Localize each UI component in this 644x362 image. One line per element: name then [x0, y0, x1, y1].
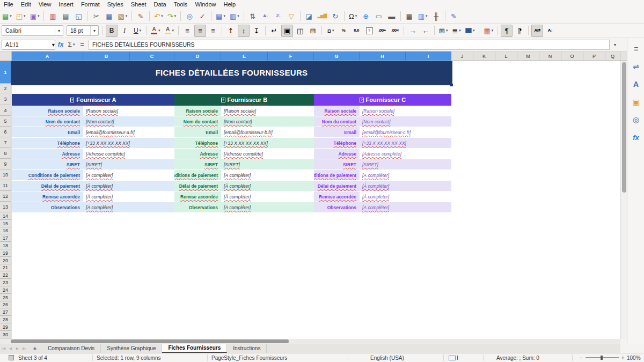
column-header-J[interactable]: J	[451, 51, 473, 61]
zoom-slider[interactable]	[586, 357, 619, 358]
chevron-down-icon[interactable]: ▾	[492, 28, 494, 33]
merge-center-cells-button[interactable]: ▣	[281, 25, 293, 37]
cell-G6[interactable]: Email	[314, 127, 360, 138]
font-size-select[interactable]: 18 pt ▾	[67, 25, 99, 36]
chevron-down-icon[interactable]: ▾	[355, 14, 357, 18]
cell-A11[interactable]: Délai de paiement	[12, 181, 83, 191]
split-window-button[interactable]: ╫	[430, 10, 442, 23]
cell-E8[interactable]: [Adresse complète]	[221, 149, 314, 159]
cell-E13[interactable]: [À compléter]	[221, 202, 314, 213]
border-color-button[interactable]: ▾	[464, 25, 477, 37]
chevron-down-icon[interactable]: ▾	[223, 14, 225, 18]
horizontal-scrollbar[interactable]	[0, 339, 620, 344]
redo-button[interactable]: ↷▾	[166, 10, 178, 23]
function-wizard-button[interactable]: fx	[55, 40, 66, 50]
align-left-button[interactable]: ≡	[181, 25, 193, 37]
page-style[interactable]: PageStyle_Fiches Fournisseurs	[211, 353, 287, 362]
show-draw-functions-button[interactable]: ✎	[448, 10, 460, 23]
cell-D12[interactable]: Remise accordée	[174, 191, 221, 202]
cell-E4[interactable]: [Raison sociale]	[221, 106, 314, 116]
name-box[interactable]: A1:I1 ▾	[2, 40, 55, 50]
chevron-down-icon[interactable]: ▾	[10, 14, 12, 18]
insert-pivot-table-button[interactable]: ↻	[330, 10, 341, 23]
cell-H8[interactable]: [Adresse complète]	[360, 149, 451, 159]
menu-data[interactable]: Data	[150, 0, 170, 9]
sidebar-styles-icon[interactable]: A	[627, 78, 644, 91]
right-to-left-button[interactable]: ¶	[514, 25, 525, 37]
selection-handle[interactable]	[450, 84, 453, 86]
chevron-down-icon[interactable]: ▾	[158, 28, 160, 33]
sheet-tab-instructions[interactable]: Instructions	[227, 344, 267, 353]
column-header-C[interactable]: C	[130, 51, 174, 61]
column-headers[interactable]: ABCDEFGHIJKLMNOPQ	[0, 51, 620, 61]
cell-B6[interactable]: [email@fournisseur-a.fr]	[83, 127, 174, 138]
save-button[interactable]: ▣▾	[28, 10, 41, 23]
borders-button[interactable]: ⊞▾	[437, 25, 449, 37]
cell-E10[interactable]: [À compléter]	[221, 170, 314, 181]
cell-A13[interactable]: Observations	[12, 202, 83, 213]
bold-button[interactable]: B	[106, 25, 118, 37]
sort-descending-button[interactable]: Z↓	[273, 10, 284, 23]
cell-B11[interactable]: [À compléter]	[83, 181, 174, 191]
cell-H4[interactable]: [Raison sociale]	[360, 106, 451, 116]
special-character-button[interactable]: Ω▾	[347, 10, 359, 23]
chevron-down-icon[interactable]: ▾	[140, 28, 142, 33]
format-percent-button[interactable]: %	[338, 25, 349, 37]
cell-G13[interactable]: Observations	[314, 202, 360, 213]
print-preview-button[interactable]: ◱	[72, 10, 84, 23]
align-right-button[interactable]: ≡	[207, 25, 219, 37]
vertical-scrollbar-thumb[interactable]	[622, 62, 626, 193]
cell-E12[interactable]: [À compléter]	[221, 191, 314, 202]
formula-button[interactable]: =	[77, 40, 87, 50]
language-status[interactable]: English (USA)	[370, 353, 404, 362]
column-header-A[interactable]: A	[12, 51, 83, 61]
cell-A10[interactable]: Conditions de paiement	[12, 170, 83, 181]
cell-E6[interactable]: [email@fournisseur-b.fr]	[221, 127, 314, 138]
zoom-out-button[interactable]: −	[580, 355, 583, 361]
select-all-corner[interactable]	[0, 51, 12, 61]
cut-button[interactable]: ✂	[90, 10, 102, 23]
cell-G5[interactable]: Nom du contact	[314, 116, 360, 127]
insert-columns-button[interactable]: ▥▾	[228, 10, 241, 23]
menu-window[interactable]: Window	[191, 0, 219, 9]
column-header-Q[interactable]: Q	[605, 51, 620, 61]
vertical-scrollbar[interactable]	[620, 61, 627, 339]
cell-D11[interactable]: Délai de paiement	[174, 181, 221, 191]
next-sheet-button[interactable]: ▶	[14, 344, 21, 353]
cell-G8[interactable]: Adresse	[314, 149, 360, 159]
paste-button[interactable]: ▧▾	[116, 10, 129, 23]
autosum-button[interactable]: Σ ▾	[66, 40, 77, 50]
column-header-I[interactable]: I	[406, 51, 451, 61]
sidebar-menu-icon[interactable]: ≡	[627, 42, 644, 55]
chevron-down-icon[interactable]: ▾	[73, 42, 75, 47]
insert-chart-button[interactable]: ▂▅▇	[316, 10, 328, 23]
find-replace-button[interactable]: ◎	[184, 10, 195, 23]
column-header-H[interactable]: H	[360, 51, 406, 61]
formula-input[interactable]: FICHES DÉTAILLÉES FOURNISSEURS	[89, 40, 610, 50]
cell-D4[interactable]: Raison sociale	[174, 106, 221, 116]
cell-B12[interactable]: [À compléter]	[83, 191, 174, 202]
first-sheet-button[interactable]: |◀	[0, 344, 7, 353]
freeze-rows-columns-button[interactable]: ▥▾	[416, 10, 429, 23]
chevron-down-icon[interactable]: ▾	[426, 14, 428, 18]
expand-formula-bar-icon[interactable]: ▾	[611, 42, 619, 47]
cell-H7[interactable]: [+33 X XX XX XX XX]	[360, 138, 451, 149]
spreadsheet-grid[interactable]: 1234567891011121314151617181920212223242…	[0, 61, 620, 339]
cell-B8[interactable]: [Adresse complète]	[83, 149, 174, 159]
cell-D8[interactable]: Adresse	[174, 149, 221, 159]
menu-edit[interactable]: Edit	[17, 0, 35, 9]
cell-G10[interactable]: Conditions de paiement	[314, 170, 360, 181]
add-decimal-button[interactable]: .00+	[376, 25, 388, 37]
cell-G4[interactable]: Raison sociale	[314, 106, 360, 116]
cell-E5[interactable]: [Nom contact]	[221, 116, 314, 127]
unmerge-cells-button[interactable]: ⊟	[307, 25, 319, 37]
cell-H13[interactable]: [À compléter]	[360, 202, 451, 213]
menu-sheet[interactable]: Sheet	[127, 0, 150, 9]
chevron-down-icon[interactable]: ▾	[332, 28, 334, 33]
cell-D13[interactable]: Observations	[174, 202, 221, 213]
insert-comment-button[interactable]: ▭	[373, 10, 385, 23]
cell-G11[interactable]: Délai de paiement	[314, 181, 360, 191]
menu-styles[interactable]: Styles	[104, 0, 127, 9]
chevron-down-icon[interactable]: ▾	[24, 14, 26, 18]
center-vertically-button[interactable]: ↕	[238, 25, 250, 37]
